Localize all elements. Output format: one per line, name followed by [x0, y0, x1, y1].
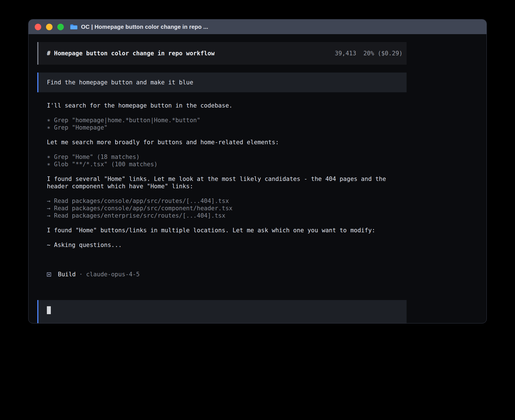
traffic-lights — [35, 24, 64, 30]
session-header: # Homepage button color change in repo w… — [37, 42, 407, 65]
agent-icon — [47, 272, 51, 277]
tool-calls-read: → Read packages/console/app/src/routes/[… — [47, 197, 407, 219]
user-message-text: Find the homepage button and make it blu… — [47, 79, 193, 86]
folder-icon — [70, 24, 78, 30]
tool-calls-grep: ∗ Grep "homepage|home.*button|Home.*butt… — [47, 117, 407, 131]
tool-line: ∗ Grep "Homepage" — [47, 124, 108, 131]
assistant-messages: I'll search for the homepage button in t… — [37, 92, 407, 293]
input-meta: Build Claude Opus 4.5 OpenCode Zen — [47, 322, 398, 323]
window-title: OC | Homepage button color change in rep… — [81, 24, 208, 30]
text-cursor — [47, 306, 51, 314]
assistant-status: ~ Asking questions... — [47, 241, 407, 249]
text-line: I found several "Home" links. Let me loo… — [47, 176, 386, 182]
text-line: header component which have "Home" links… — [47, 183, 193, 190]
prompt-input[interactable]: Build Claude Opus 4.5 OpenCode Zen — [37, 300, 407, 323]
close-button[interactable] — [35, 24, 41, 30]
agent-model: claude-opus-4-5 — [86, 271, 140, 278]
assistant-text: I found several "Home" links. Let me loo… — [47, 175, 407, 190]
assistant-text: I'll search for the homepage button in t… — [47, 102, 407, 109]
mode-indicator: Build — [47, 322, 65, 323]
tool-line: → Read packages/enterprise/src/routes/[.… — [47, 212, 225, 219]
session-title: # Homepage button color change in repo w… — [47, 50, 215, 57]
tool-line: ∗ Grep "Home" (18 matches) — [47, 154, 140, 160]
desktop: OC | Homepage button color change in rep… — [0, 0, 515, 420]
tool-line: → Read packages/console/app/src/componen… — [47, 205, 232, 212]
minimize-button[interactable] — [46, 24, 53, 30]
tool-calls-search: ∗ Grep "Home" (18 matches)∗ Glob "**/*.t… — [47, 153, 407, 168]
user-message: Find the homepage button and make it blu… — [37, 73, 407, 92]
agent-separator: · — [79, 271, 83, 278]
tool-line: ∗ Glob "**/*.tsx" (100 matches) — [47, 161, 158, 168]
tool-line: ∗ Grep "homepage|home.*button|Home.*butt… — [47, 117, 200, 124]
provider-name: OpenCode Zen — [130, 322, 173, 323]
agent-status-line: Build · claude-opus-4-5 — [47, 256, 407, 293]
tui-content: # Homepage button color change in repo w… — [37, 42, 407, 323]
zoom-button[interactable] — [57, 24, 64, 30]
assistant-text: Let me search more broadly for buttons a… — [47, 139, 407, 146]
agent-name: Build — [58, 271, 76, 278]
session-stats: 39,413 20% ($0.29) — [335, 50, 403, 57]
terminal-window: OC | Homepage button color change in rep… — [28, 19, 487, 323]
tool-line: → Read packages/console/app/src/routes/[… — [47, 198, 229, 204]
assistant-text: I found "Home" buttons/links in multiple… — [47, 227, 407, 234]
titlebar: OC | Homepage button color change in rep… — [29, 19, 486, 34]
model-name: Claude Opus 4.5 — [72, 322, 126, 323]
